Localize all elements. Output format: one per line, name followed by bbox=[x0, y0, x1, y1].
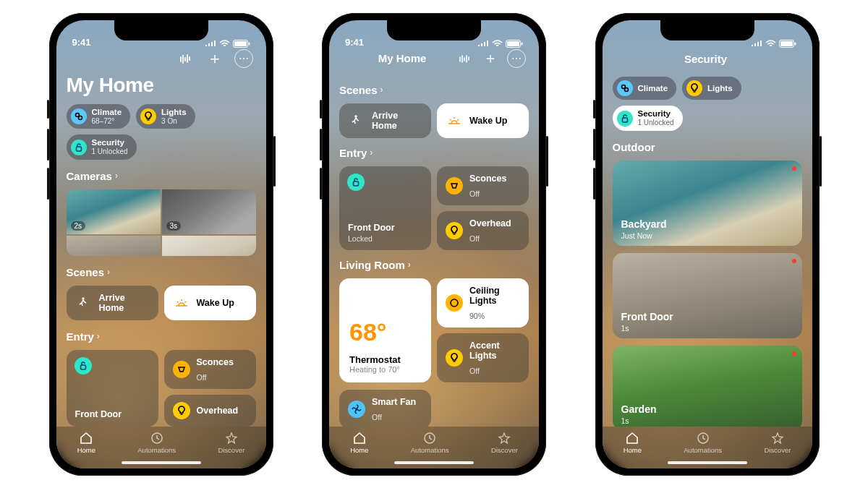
svg-rect-18 bbox=[780, 41, 793, 46]
camera-thumb[interactable]: 2s bbox=[67, 189, 161, 234]
tab-discover[interactable]: Discover bbox=[491, 432, 518, 454]
battery-icon bbox=[779, 40, 796, 48]
pill-climate[interactable]: Climate68–72° bbox=[67, 104, 131, 129]
svg-rect-19 bbox=[794, 42, 796, 45]
home-icon bbox=[352, 432, 367, 445]
climate-icon bbox=[71, 108, 87, 124]
camera-garden[interactable]: Garden 1s bbox=[613, 346, 802, 427]
smart-fan[interactable]: Smart FanOff bbox=[339, 390, 431, 427]
nav-title: Security bbox=[633, 53, 779, 65]
tab-home[interactable]: Home bbox=[77, 432, 95, 454]
scene-arrive-home[interactable]: Arrive Home bbox=[339, 103, 431, 138]
svg-point-6 bbox=[82, 297, 84, 299]
camera-front-door[interactable]: Front Door 1s bbox=[613, 253, 802, 338]
pill-climate[interactable]: Climate bbox=[613, 77, 677, 100]
chevron-right-icon: › bbox=[380, 85, 383, 95]
phone-1: 9:41 ＋ ⋯ My Home Climate68–72° bbox=[49, 13, 273, 476]
scene-wake-up[interactable]: Wake Up bbox=[164, 286, 256, 320]
chevron-right-icon: › bbox=[370, 147, 373, 158]
tab-automations[interactable]: Automations bbox=[411, 432, 449, 454]
clock-icon bbox=[697, 432, 710, 445]
svg-point-4 bbox=[78, 116, 82, 119]
add-icon[interactable]: ＋ bbox=[205, 49, 224, 68]
tab-home[interactable]: Home bbox=[350, 432, 368, 454]
tab-discover[interactable]: Discover bbox=[764, 432, 791, 454]
pill-security[interactable]: Security1 Unlocked bbox=[613, 106, 683, 131]
tab-automations[interactable]: Automations bbox=[137, 432, 176, 454]
entry-front-door[interactable]: Front Door Locked bbox=[67, 350, 158, 427]
entry-sconces[interactable]: SconcesOff bbox=[164, 350, 256, 389]
entry-sconces[interactable]: SconcesOff bbox=[437, 166, 529, 205]
thermostat-tile[interactable]: 68° Thermostat Heating to 70° bbox=[339, 278, 431, 382]
sunrise-icon bbox=[446, 112, 463, 129]
entry-overhead[interactable]: OverheadOff bbox=[437, 211, 529, 250]
cellular-icon bbox=[477, 40, 489, 47]
live-dot-icon bbox=[792, 166, 796, 171]
battery-icon bbox=[233, 40, 250, 48]
phone-3: 9:41 Security Climate Lights bbox=[595, 13, 820, 476]
more-icon[interactable]: ⋯ bbox=[507, 49, 526, 68]
section-scenes[interactable]: Scenes› bbox=[339, 84, 529, 96]
live-dot-icon bbox=[792, 259, 796, 263]
svg-rect-22 bbox=[622, 118, 627, 122]
lock-icon bbox=[71, 140, 87, 155]
tab-discover[interactable]: Discover bbox=[218, 432, 244, 454]
pill-security[interactable]: Security1 Unlocked bbox=[67, 134, 137, 160]
svg-rect-1 bbox=[234, 41, 247, 46]
clock-icon bbox=[423, 432, 436, 445]
bulb-icon bbox=[686, 80, 702, 96]
pill-lights[interactable]: Lights bbox=[682, 77, 741, 100]
section-living-room[interactable]: Living Room› bbox=[339, 259, 529, 271]
phone-2: 9:41 My Home ＋ ⋯ 1s 4s Scenes› bbox=[322, 13, 546, 476]
sconce-icon bbox=[446, 177, 463, 194]
chevron-right-icon: › bbox=[115, 171, 118, 181]
section-scenes[interactable]: Scenes› bbox=[67, 266, 256, 278]
svg-rect-7 bbox=[80, 365, 85, 369]
notch bbox=[660, 20, 754, 40]
home-indicator[interactable] bbox=[122, 461, 201, 464]
camera-thumb[interactable]: 3s bbox=[162, 189, 256, 234]
person-walk-icon bbox=[348, 112, 365, 129]
lock-icon bbox=[75, 357, 92, 374]
svg-rect-10 bbox=[507, 41, 519, 46]
intercom-icon[interactable] bbox=[455, 49, 474, 68]
section-entry[interactable]: Entry› bbox=[67, 330, 256, 343]
category-pills: Climate68–72° Lights3 On Security1 Unloc… bbox=[67, 104, 256, 160]
ceiling-lights[interactable]: Ceiling Lights90% bbox=[437, 278, 529, 328]
accent-lights[interactable]: Accent LightsOff bbox=[437, 333, 529, 382]
scene-arrive-home[interactable]: Arrive Home bbox=[67, 286, 158, 320]
more-icon[interactable]: ⋯ bbox=[234, 49, 253, 68]
svg-point-12 bbox=[354, 115, 357, 117]
bulb-icon bbox=[446, 222, 463, 239]
camera-grid: 2s 3s 1s 4s bbox=[67, 189, 256, 256]
entry-overhead[interactable]: OverheadOff bbox=[164, 395, 256, 427]
pill-lights[interactable]: Lights3 On bbox=[136, 104, 195, 129]
intercom-icon[interactable] bbox=[176, 49, 195, 68]
camera-thumb[interactable]: 1s bbox=[67, 236, 161, 256]
add-icon[interactable]: ＋ bbox=[481, 49, 500, 68]
star-icon bbox=[771, 432, 784, 445]
svg-rect-5 bbox=[76, 147, 81, 151]
svg-rect-13 bbox=[354, 181, 359, 186]
home-indicator[interactable] bbox=[668, 461, 747, 464]
camera-thumb[interactable]: 4s bbox=[162, 236, 256, 256]
lock-icon bbox=[347, 174, 365, 191]
section-cameras[interactable]: Cameras› bbox=[67, 170, 256, 182]
home-indicator[interactable] bbox=[394, 461, 474, 464]
tab-home[interactable]: Home bbox=[624, 432, 642, 454]
camera-backyard[interactable]: Backyard Just Now bbox=[613, 160, 802, 246]
home-icon bbox=[625, 432, 639, 445]
sunrise-icon bbox=[173, 294, 190, 312]
entry-front-door[interactable]: Front Door Locked bbox=[339, 166, 431, 250]
lock-icon bbox=[617, 111, 633, 127]
page-title: My Home bbox=[67, 74, 256, 97]
bulb-icon bbox=[140, 108, 156, 124]
scene-wake-up[interactable]: Wake Up bbox=[437, 103, 529, 138]
svg-point-14 bbox=[451, 299, 458, 307]
sconce-icon bbox=[173, 361, 190, 378]
section-entry[interactable]: Entry› bbox=[339, 147, 529, 159]
person-walk-icon bbox=[75, 294, 93, 312]
wifi-icon bbox=[219, 40, 230, 48]
chevron-right-icon: › bbox=[107, 267, 110, 277]
tab-automations[interactable]: Automations bbox=[684, 432, 722, 454]
